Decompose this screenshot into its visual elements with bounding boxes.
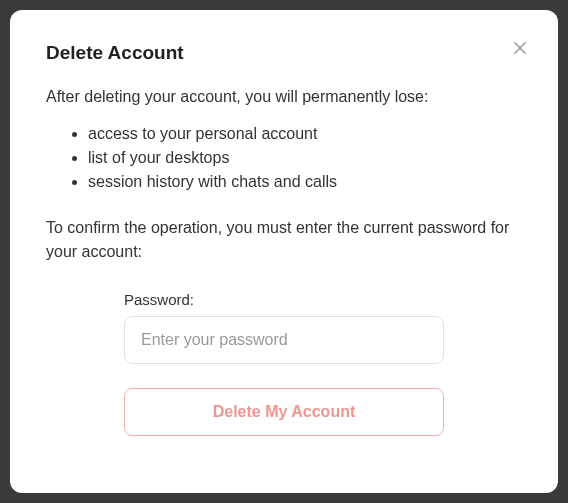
list-item: access to your personal account	[88, 122, 522, 146]
close-button[interactable]	[508, 36, 532, 60]
intro-text: After deleting your account, you will pe…	[46, 86, 522, 108]
confirm-text: To confirm the operation, you must enter…	[46, 216, 522, 262]
modal-title: Delete Account	[46, 42, 522, 64]
password-input[interactable]	[124, 316, 444, 364]
password-label: Password:	[124, 291, 444, 308]
list-item: list of your desktops	[88, 146, 522, 170]
delete-account-modal: Delete Account After deleting your accou…	[10, 10, 558, 493]
list-item: session history with chats and calls	[88, 170, 522, 194]
loss-list: access to your personal account list of …	[46, 122, 522, 194]
close-icon	[511, 39, 529, 57]
form-area: Password: Delete My Account	[46, 291, 522, 436]
delete-my-account-button[interactable]: Delete My Account	[124, 388, 444, 436]
